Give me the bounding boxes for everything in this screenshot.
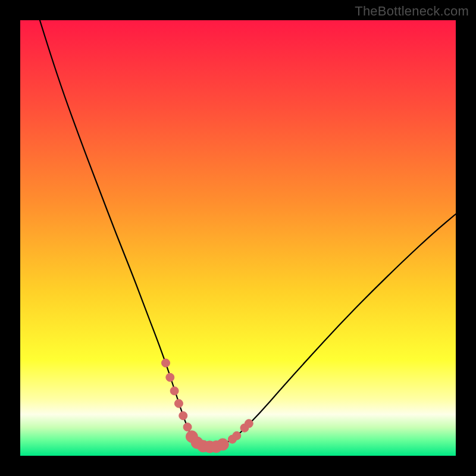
highlight-marker	[233, 431, 241, 440]
plot-background	[20, 20, 456, 456]
highlight-marker	[170, 387, 178, 395]
highlight-marker	[217, 439, 228, 450]
highlight-marker	[179, 412, 187, 420]
highlight-marker	[161, 359, 170, 367]
watermark-text: TheBottleneck.com	[355, 4, 469, 19]
chart-container: TheBottleneck.com	[0, 0, 476, 476]
bottleneck-chart	[0, 0, 476, 476]
highlight-marker	[166, 373, 174, 381]
highlight-marker	[174, 399, 183, 408]
highlight-marker	[245, 419, 253, 428]
highlight-marker	[183, 423, 192, 431]
